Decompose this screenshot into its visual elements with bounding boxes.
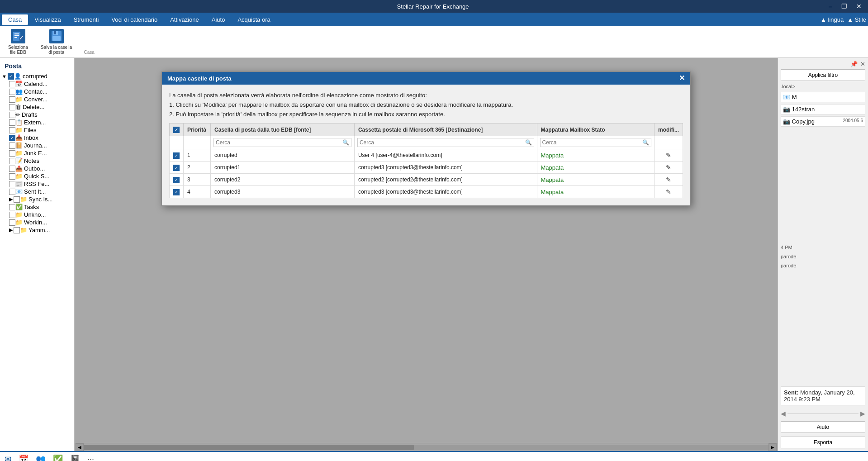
sidebar-item-contacts[interactable]: 👥 Contac... xyxy=(0,88,74,95)
sidebar-item-outbox[interactable]: 📤 Outbo... xyxy=(0,165,74,172)
status-search-icon: 🔍 xyxy=(642,139,649,146)
sidebar-item-deleted[interactable]: 🗑 Delete... xyxy=(0,103,74,111)
tree-check[interactable] xyxy=(9,150,15,157)
nav-mail-icon[interactable]: ✉ xyxy=(5,454,11,461)
tree-check[interactable] xyxy=(9,166,15,172)
sidebar-item-corrupted[interactable]: ▼ ✓ 👤 corrupted xyxy=(0,72,74,80)
row1-check-cell: ✓ xyxy=(170,149,184,162)
row2-checkbox[interactable]: ✓ xyxy=(173,165,180,171)
modal-title: Mappa caselle di posta xyxy=(167,75,232,82)
nav-calendar-icon[interactable]: 📅 xyxy=(19,454,28,461)
save-mailbox-button[interactable]: Salva la caselladi posta xyxy=(37,27,76,57)
tree-check[interactable] xyxy=(9,158,15,164)
row4-checkbox[interactable]: ✓ xyxy=(173,189,180,195)
status-search-input[interactable] xyxy=(542,139,642,146)
tree-check[interactable] xyxy=(9,181,15,187)
right-panel-header: 📌 ✕ xyxy=(781,61,865,67)
sidebar-item-rss[interactable]: 📰 RSS Fe... xyxy=(0,180,74,188)
tree-check[interactable] xyxy=(9,204,15,210)
menu-tab-voci-calendario[interactable]: Voci di calendario xyxy=(105,14,164,25)
sidebar-item-yammer[interactable]: ▶ 📁 Yamm... xyxy=(0,226,74,234)
sidebar-item-junk[interactable]: 📁 Junk E... xyxy=(0,149,74,157)
menu-tab-strumenti[interactable]: Strumenti xyxy=(67,14,105,25)
sidebar-item-quicksteps[interactable]: 📁 Quick S... xyxy=(0,172,74,180)
sidebar-item-notes[interactable]: 📝 Notes xyxy=(0,157,74,165)
source-search-input[interactable] xyxy=(216,139,342,146)
menu-tab-attivazione[interactable]: Attivazione xyxy=(164,14,205,25)
table-row: ✓ 1 corrupted User 4 [user-4@thestellari… xyxy=(170,149,683,162)
sidebar-item-sent[interactable]: 📧 Sent It... xyxy=(0,188,74,195)
sent-label: Sent: Monday, January 20, 2014 9:23 PM xyxy=(784,389,855,403)
right-panel: 📌 ✕ Applica filtro .local> 📧 M 📷 142stra… xyxy=(778,58,868,451)
window-controls: – ❐ ✕ xyxy=(826,3,864,10)
table-row: ✓ 2 corrupted1 corrupted3 [corrupted3@th… xyxy=(170,162,683,174)
tree-check[interactable] xyxy=(9,143,15,149)
file-label-copy: 📷 Copy.jpg xyxy=(783,118,815,125)
tree-check[interactable]: ✓ xyxy=(8,73,14,80)
sidebar-item-inbox[interactable]: ✓ 📥 Inbox xyxy=(0,134,74,142)
sidebar-item-conversations[interactable]: 📁 Conver... xyxy=(0,95,74,103)
maximize-button[interactable]: ❐ xyxy=(839,3,850,10)
sidebar-item-tasks[interactable]: ✅ Tasks xyxy=(0,203,74,211)
sidebar-item-extern[interactable]: 📋 Extern... xyxy=(0,119,74,126)
row4-status: Mappata xyxy=(537,186,654,198)
tree-check[interactable] xyxy=(9,173,15,180)
menu-tab-visualizza[interactable]: Visualizza xyxy=(28,14,67,25)
tree-check[interactable] xyxy=(9,219,15,226)
row4-edit-button[interactable]: ✎ xyxy=(666,188,671,195)
row3-edit-button[interactable]: ✎ xyxy=(666,176,671,183)
aiuto-button[interactable]: Aiuto xyxy=(781,421,865,433)
tree-check[interactable] xyxy=(9,119,15,126)
row1-edit-button[interactable]: ✎ xyxy=(666,152,671,159)
menu-tab-casa[interactable]: Casa xyxy=(2,14,28,25)
tree-check[interactable]: ✓ xyxy=(9,135,15,141)
menu-tab-aiuto[interactable]: Aiuto xyxy=(205,14,232,25)
sidebar-item-syncissues[interactable]: ▶ 📁 Sync Is... xyxy=(0,195,74,203)
sidebar-item-files[interactable]: 📁 Files xyxy=(0,126,74,134)
row1-checkbox[interactable]: ✓ xyxy=(173,152,180,159)
menu-tab-acquista[interactable]: Acquista ora xyxy=(231,14,276,25)
detail-scroll-left[interactable]: ◀ xyxy=(781,410,786,418)
sidebar-item-unknown[interactable]: 📁 Unkno... xyxy=(0,211,74,219)
stile-menu[interactable]: ▲ Stile xyxy=(847,16,866,23)
file-item-jpg[interactable]: 📷 142stran xyxy=(781,104,865,114)
tree-check[interactable] xyxy=(9,212,15,218)
modal-close-button[interactable]: ✕ xyxy=(679,75,685,82)
tree-check[interactable] xyxy=(9,112,15,118)
row2-edit-button[interactable]: ✎ xyxy=(666,164,671,171)
select-all-checkbox[interactable]: ✓ xyxy=(173,127,180,133)
panel-close-icon[interactable]: ✕ xyxy=(860,61,865,67)
tree-check[interactable] xyxy=(14,196,20,203)
nav-contacts-icon[interactable]: 👥 xyxy=(36,454,46,461)
dest-search-input[interactable] xyxy=(360,139,525,146)
tree-check[interactable] xyxy=(9,104,15,110)
nav-more-icon[interactable]: ··· xyxy=(87,455,94,461)
minimize-button[interactable]: – xyxy=(826,3,835,10)
row1-dest: User 4 [user-4@thestellarinfo.com] xyxy=(354,149,537,162)
apply-filter-button[interactable]: Applica filtro xyxy=(781,69,865,81)
tree-check[interactable] xyxy=(9,89,15,95)
panel-pin-icon[interactable]: 📌 xyxy=(850,61,858,67)
sidebar-item-journal[interactable]: 📔 Journa... xyxy=(0,142,74,149)
file-item-M[interactable]: 📧 M xyxy=(781,92,865,102)
tree-check[interactable] xyxy=(9,81,15,87)
sidebar-item-drafts[interactable]: ✏ Drafts xyxy=(0,111,74,119)
row3-checkbox[interactable]: ✓ xyxy=(173,177,180,183)
detail-scroll-right[interactable]: ▶ xyxy=(860,410,865,418)
select-edb-button[interactable]: ✓ Selezionafile EDB xyxy=(5,27,32,57)
nav-notes-icon[interactable]: 📓 xyxy=(70,454,80,461)
menu-right: ▲ lingua ▲ Stile xyxy=(821,16,866,23)
sidebar-item-calendar[interactable]: 📅 Calend... xyxy=(0,80,74,88)
file-item-copy[interactable]: 📷 Copy.jpg 2004.05.6 xyxy=(781,116,865,127)
close-button[interactable]: ✕ xyxy=(854,3,864,10)
tree-check[interactable] xyxy=(9,127,15,133)
tree-check[interactable] xyxy=(9,96,15,103)
sidebar-item-working[interactable]: 📁 Workin... xyxy=(0,219,74,226)
tree-check[interactable] xyxy=(9,189,15,195)
detail-text3: parode xyxy=(781,262,865,269)
esporta-button[interactable]: Esporta xyxy=(781,437,865,448)
source-search-container: 🔍 xyxy=(213,138,351,147)
nav-tasks-icon[interactable]: ✅ xyxy=(53,454,63,461)
lingua-menu[interactable]: ▲ lingua xyxy=(821,16,844,23)
tree-check[interactable] xyxy=(14,227,20,233)
